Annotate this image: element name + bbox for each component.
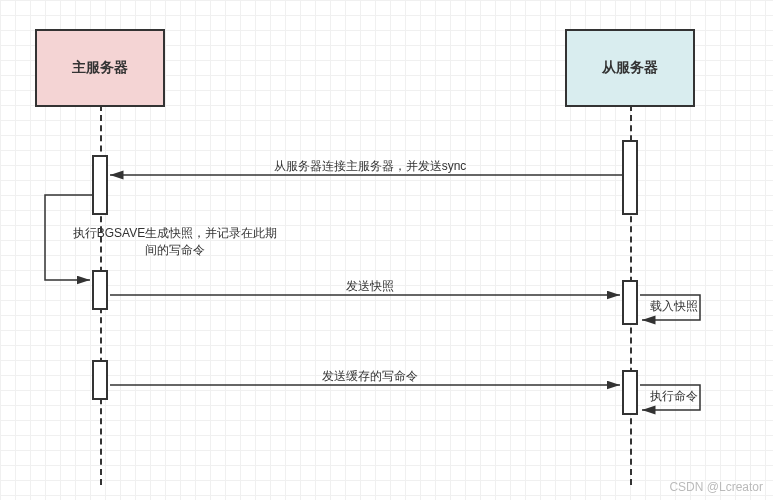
side-label-exec-cmds: 执行命令	[650, 388, 730, 405]
watermark: CSDN @Lcreator	[669, 480, 763, 494]
participant-slave: 从服务器	[565, 29, 695, 107]
activation-slave-1	[622, 140, 638, 215]
participant-master-label: 主服务器	[72, 59, 128, 77]
side-label-load-snapshot: 载入快照	[650, 298, 730, 315]
participant-slave-label: 从服务器	[602, 59, 658, 77]
activation-master-3	[92, 360, 108, 400]
message-label-sync: 从服务器连接主服务器，并发送sync	[200, 158, 540, 175]
activation-slave-2	[622, 280, 638, 325]
activation-slave-3	[622, 370, 638, 415]
message-label-buffered-cmds: 发送缓存的写命令	[200, 368, 540, 385]
participant-master: 主服务器	[35, 29, 165, 107]
self-message-label-bgsave: 执行BGSAVE生成快照，并记录在此期 间的写命令	[45, 225, 305, 259]
activation-master-2	[92, 270, 108, 310]
message-label-snapshot: 发送快照	[200, 278, 540, 295]
activation-master-1	[92, 155, 108, 215]
